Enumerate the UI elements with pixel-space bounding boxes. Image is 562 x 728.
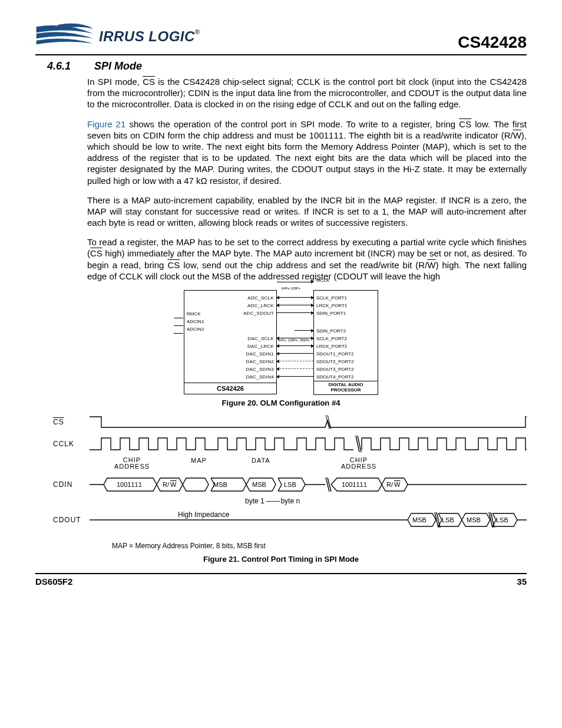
byte1-label: byte 1 [245,497,265,505]
svg-text:W: W [170,481,177,488]
page-header: IRRUS LOGIC® CS42428 [35,21,527,52]
svg-text:MSB: MSB [467,516,481,523]
figure-21: CS CCLK CHIP ADDRESS MAP DATA CHIP ADDRE… [53,413,527,529]
brand-text: IRRUS LOGIC® [99,28,200,45]
footer-rule [35,573,527,574]
cclk-waveform [90,434,527,453]
svg-text:MSB: MSB [412,516,427,523]
svg-text:High Impedance: High Impedance [178,511,230,519]
cs-label: CS [53,418,64,426]
svg-text:R/: R/ [163,481,170,488]
cirrus-swoosh-icon [35,21,94,52]
svg-text:R/: R/ [386,481,394,488]
svg-text:LSB: LSB [442,516,454,523]
section-title: SPI Mode [94,60,142,73]
brand-logo: IRRUS LOGIC® [35,21,200,52]
figure-20: RMCK ADCIN1 ADCIN2 ADC_SCLK ADC_LRCK ADC… [184,290,378,395]
byten-label: byte n [280,497,300,505]
cs42426-block: CS42426 [184,383,276,394]
svg-text:1001111: 1001111 [117,481,142,488]
cclk-label: CCLK [53,440,90,448]
part-number: CS42428 [458,33,527,52]
cdin-waveform: 1001111 R/W MSB MSB LSB 1001111 R/W [90,476,527,493]
figure-20-caption: Figure 20. OLM Configuration #4 [35,398,527,407]
doc-id: DS605F2 [35,577,72,587]
svg-text:MSB: MSB [213,481,227,488]
para-1: In SPI mode, CS is the CS42428 chip-sele… [87,76,527,110]
para-2: Figure 21 shows the operation of the con… [87,118,527,186]
section-heading: 4.6.1 SPI Mode [47,60,527,73]
dap-block: DIGITAL AUDIO PROCESSOR [314,381,378,394]
page-number: 35 [517,577,527,587]
map-label: MAP [191,457,207,464]
para-3: There is a MAP auto-increment capability… [87,195,527,229]
figure-21-link[interactable]: Figure 21 [87,119,125,129]
map-note: MAP = Memory Address Pointer, 8 bits, MS… [112,542,527,550]
cs-waveform [90,413,527,431]
section-number: 4.6.1 [47,60,71,73]
svg-text:LSB: LSB [284,481,296,488]
svg-text:W: W [394,481,401,488]
page-footer: DS605F2 35 [35,577,527,587]
cdout-label: CDOUT [53,516,90,524]
para-4: To read a register, the MAP has to be se… [87,236,527,282]
svg-text:LSB: LSB [496,516,508,523]
cdin-label: CDIN [53,480,90,489]
chip-address2-label: CHIP ADDRESS [332,457,385,470]
figure-21-caption: Figure 21. Control Port Timing in SPI Mo… [35,555,527,564]
chip-address-label: CHIP ADDRESS [108,457,156,470]
header-rule [35,54,527,55]
svg-text:1001111: 1001111 [342,481,367,488]
cdout-waveform: High Impedance MSB LSB MSB LSB [90,511,527,529]
svg-text:MSB: MSB [252,481,266,488]
data-label: DATA [252,457,270,464]
